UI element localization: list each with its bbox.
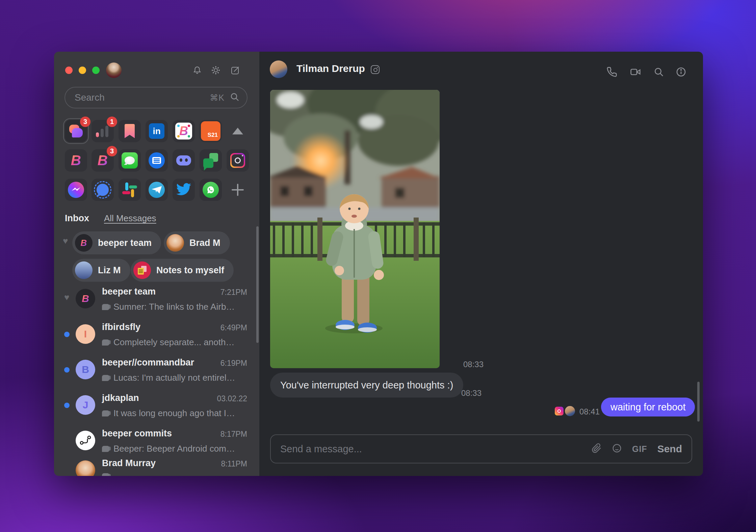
android-messages-icon <box>149 152 165 169</box>
search-bar[interactable]: ⌘K <box>64 87 247 108</box>
video-call-icon[interactable] <box>630 67 641 77</box>
info-icon[interactable] <box>676 67 686 77</box>
send-button[interactable]: Send <box>657 443 682 455</box>
linkedin-icon: in <box>149 123 164 139</box>
commit-graph-avatar <box>76 431 95 450</box>
instagram-icon <box>230 153 245 168</box>
window-minimize-button[interactable] <box>79 67 86 74</box>
desktop-wallpaper: ⌘K 3 1 in B <box>0 0 756 532</box>
message-bubble-icon <box>102 473 109 476</box>
window-zoom-button[interactable] <box>92 67 100 74</box>
incoming-message-text: You've interrupted very deep thoughts :) <box>280 380 453 391</box>
settings-gear-icon[interactable] <box>211 66 220 75</box>
chat-list-item-ifbirdsfly[interactable]: I ifbirdsfly 6:49PM Completely separate.… <box>54 320 259 353</box>
compose-new-message-icon[interactable] <box>231 66 240 75</box>
chat-title: Tilman Drerup <box>296 63 365 74</box>
network-messenger[interactable] <box>65 179 87 201</box>
search-input[interactable] <box>75 92 210 103</box>
all-messages-link[interactable]: All Messages <box>104 213 156 224</box>
message-timestamp: 08:41 <box>579 407 600 416</box>
network-slack[interactable] <box>119 179 141 201</box>
unread-badge: 3 <box>80 117 90 127</box>
outgoing-message-bubble[interactable]: waiting for reboot <box>601 398 695 416</box>
chat-header-avatar[interactable] <box>270 60 287 78</box>
window-close-button[interactable] <box>65 67 73 74</box>
network-beeper-secondary[interactable]: B 3 <box>92 149 114 172</box>
unread-badge: 3 <box>107 146 117 156</box>
add-network-button[interactable] <box>227 179 249 201</box>
sidebar: ⌘K 3 1 in B <box>54 52 259 476</box>
conversation-pane: Tilman Drerup <box>259 52 703 476</box>
incoming-message-bubble[interactable]: You've interrupted very deep thoughts :) <box>270 373 463 398</box>
message-timestamp: 08:33 <box>461 388 481 398</box>
google-chat-icon <box>203 153 218 168</box>
avatar: B <box>76 289 95 308</box>
search-shortcut: ⌘K <box>210 93 225 103</box>
avatar: I <box>76 324 95 344</box>
notifications-bell-icon[interactable] <box>192 66 202 75</box>
chat-scrollbar[interactable] <box>697 382 700 422</box>
call-phone-icon[interactable] <box>606 67 617 77</box>
bar-chart-icon <box>96 125 109 137</box>
chat-list-item-beeper-commandbar[interactable]: B beeper//commandbar 6:19PM Lucas: I'm a… <box>54 355 259 389</box>
network-s21[interactable]: S21 <box>200 120 222 142</box>
chat-list-item-beeper-commits[interactable]: beeper commits 8:17PM Beeper: Beeper And… <box>54 426 259 460</box>
avatar <box>75 261 93 279</box>
instagram-network-badge-icon <box>555 407 564 415</box>
photo-message[interactable] <box>270 90 440 368</box>
network-beeper-inbox[interactable]: 3 <box>65 120 87 142</box>
search-in-chat-icon[interactable] <box>653 67 664 77</box>
favorites-heart-icon: ♥ <box>63 236 68 246</box>
message-bubble-icon <box>102 339 109 346</box>
gif-button[interactable]: GIF <box>632 444 647 454</box>
collapse-networks-button[interactable] <box>227 120 249 142</box>
imessage-icon <box>122 152 138 169</box>
network-telegram[interactable] <box>146 179 168 201</box>
favorite-pill-beeper-team[interactable]: B beeper team <box>72 231 161 254</box>
chat-list-item-jdkaplan[interactable]: J jdkaplan 03.02.22 It was long enough a… <box>54 390 259 424</box>
favorite-pill-notes-to-myself[interactable]: Notes to myself <box>131 259 234 282</box>
user-avatar[interactable] <box>106 62 122 78</box>
network-twitter[interactable] <box>173 179 195 201</box>
twitter-icon <box>176 182 191 198</box>
bookmark-icon <box>125 124 135 138</box>
network-android-messages[interactable] <box>146 149 168 172</box>
network-instagram[interactable] <box>227 149 249 172</box>
notes-icon <box>133 261 151 279</box>
avatar: J <box>76 395 95 415</box>
network-bookmarks[interactable] <box>119 120 141 142</box>
network-beeper[interactable]: B <box>65 149 87 172</box>
message-timestamp: 08:33 <box>463 360 484 369</box>
favorite-pill-liz-m[interactable]: Liz M <box>72 259 130 282</box>
emoji-icon[interactable] <box>612 443 622 455</box>
attachment-paperclip-icon[interactable] <box>592 443 602 455</box>
s21-icon: S21 <box>201 121 220 141</box>
chat-list-item-brad-murray[interactable]: Brad Murray 8:11PM <box>54 456 259 476</box>
message-input[interactable] <box>280 444 581 455</box>
inbox-title: Inbox <box>65 213 89 224</box>
message-bubble-icon <box>102 410 109 416</box>
search-icon <box>230 92 239 103</box>
network-activity[interactable]: 1 <box>92 120 114 142</box>
favorite-heart-icon: ♥ <box>64 292 69 303</box>
beeper-app-window: ⌘K 3 1 in B <box>54 52 703 476</box>
network-discord[interactable] <box>173 149 195 172</box>
unread-dot <box>64 367 70 373</box>
chat-list-item-beeper-team[interactable]: ♥ B beeper team 7:21PM Sumner: The links… <box>54 284 259 318</box>
network-whatsapp[interactable] <box>200 179 222 201</box>
network-signal[interactable] <box>92 179 114 201</box>
instagram-network-icon <box>371 65 380 74</box>
network-beeper-slack[interactable]: B <box>173 120 195 142</box>
network-imessage[interactable] <box>119 149 141 172</box>
favorite-pill-brad-m[interactable]: Brad M <box>164 231 230 254</box>
unread-badge: 1 <box>107 117 117 127</box>
message-bubble-icon <box>102 375 109 381</box>
read-receipt-avatar <box>565 406 575 416</box>
plus-icon <box>232 184 244 196</box>
network-google-chat[interactable] <box>200 149 222 172</box>
network-linkedin[interactable]: in <box>146 120 168 142</box>
avatar: B <box>75 234 93 252</box>
message-composer[interactable]: GIF Send <box>270 434 692 463</box>
discord-icon <box>176 155 191 166</box>
slack-icon <box>122 182 137 197</box>
